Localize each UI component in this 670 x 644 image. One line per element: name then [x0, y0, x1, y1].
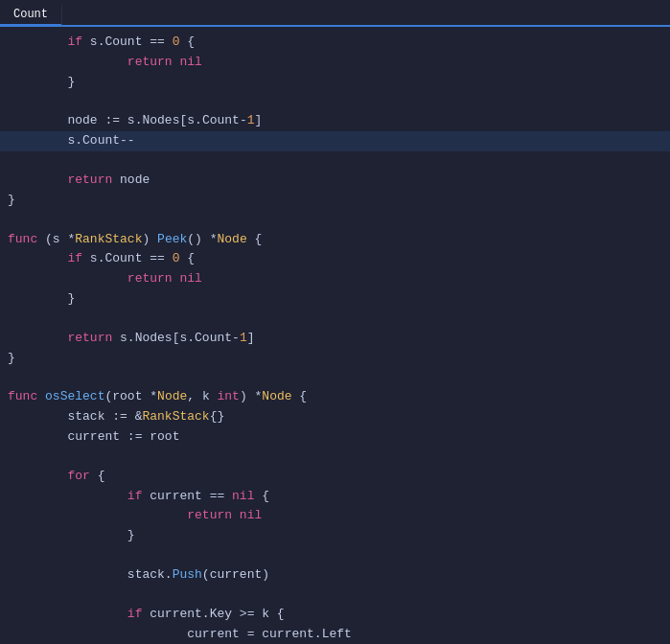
code-line: stack := &RankStack{}	[0, 407, 670, 427]
code-line: func osSelect(root *Node, k int) *Node {	[0, 387, 670, 407]
code-line: return nil	[0, 506, 670, 526]
tab-count[interactable]: Count	[0, 5, 62, 26]
code-line	[0, 546, 670, 565]
tab-bar: Count	[0, 4, 670, 27]
tab-label: Count	[13, 8, 48, 21]
code-line	[0, 448, 670, 467]
code-line: for {	[0, 467, 670, 487]
code-line	[0, 586, 670, 605]
code-line	[0, 368, 670, 387]
code-line: func (s *RankStack) Peek() *Node {	[0, 230, 670, 250]
code-line: if s.Count == 0 {	[0, 33, 670, 53]
code-body: if s.Count == 0 { return nil } node := s…	[0, 27, 670, 644]
code-line: s.Count--	[0, 131, 670, 151]
code-line: return node	[0, 171, 670, 191]
code-line: return s.Nodes[s.Count-1]	[0, 329, 670, 349]
code-line: return nil	[0, 53, 670, 73]
code-line: }	[0, 191, 670, 211]
code-line: current := root	[0, 427, 670, 448]
code-line	[0, 211, 670, 230]
code-line: if current.Key >= k {	[0, 605, 670, 625]
code-line: }	[0, 349, 670, 369]
code-line: node := s.Nodes[s.Count-1]	[0, 111, 670, 131]
code-line: if current == nil {	[0, 487, 670, 507]
code-line: }	[0, 526, 670, 546]
code-line: if s.Count == 0 {	[0, 249, 670, 269]
code-line	[0, 92, 670, 111]
code-line: }	[0, 73, 670, 93]
code-line	[0, 310, 670, 329]
code-line: return nil	[0, 269, 670, 289]
code-line	[0, 151, 670, 171]
code-line: }	[0, 289, 670, 310]
code-line: current = current.Left	[0, 625, 670, 644]
code-line: stack.Push(current)	[0, 565, 670, 586]
code-container: Count if s.Count == 0 { return nil } nod…	[0, 0, 670, 644]
